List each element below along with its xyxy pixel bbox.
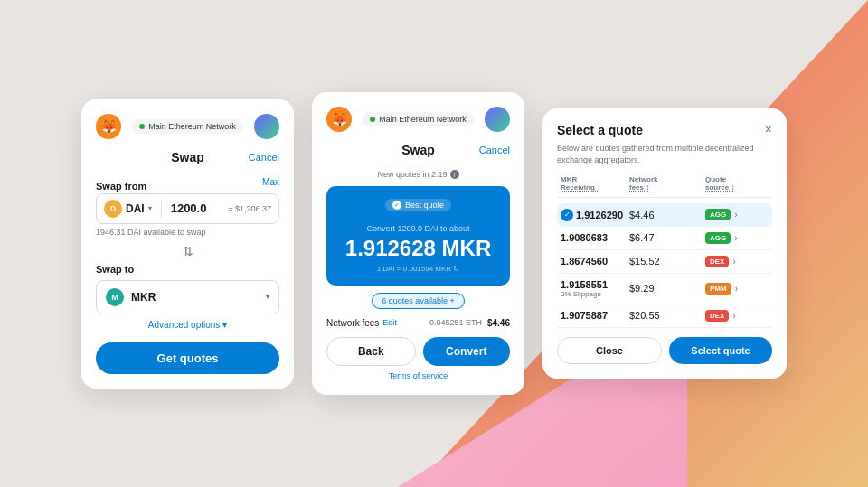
card3-header: Select a quote × [557,123,772,137]
network-badge-1: Main Ethereum Network [132,119,243,134]
card-swap-form: 🦊 Main Ethereum Network Swap Cancel Swap… [81,99,294,389]
rate-text: 1 DAI = 0.001594 MKR ↻ [337,265,499,273]
back-button[interactable]: Back [326,337,416,366]
convert-desc: Convert 1200.0 DAI to about [337,224,499,233]
quote-amount: 1.9126290 [576,210,623,220]
max-button[interactable]: Max [262,177,279,187]
timer-text: New quotes in 2:19 [377,170,447,179]
swap-input-row: D DAI ▾ = $1,206.37 [96,193,279,224]
quote-chevron[interactable]: › [735,284,738,294]
mkr-icon: M [106,288,124,306]
quote-chevron[interactable]: › [732,311,735,321]
advanced-options-label: Advanced options [148,320,221,330]
cards-container: 🦊 Main Ethereum Network Swap Cancel Swap… [0,0,868,487]
token-to-name: MKR [131,291,156,304]
quote-chevron[interactable]: › [734,233,737,243]
network-name-1: Main Ethereum Network [148,122,236,131]
card3-title: Select a quote [557,123,643,137]
quote-amount-cell: 1.9075887 [561,310,626,321]
source-badge: PMM [705,283,731,295]
quote-amount: 1.8674560 [561,256,608,267]
col-fees: Networkfees ↕ [629,175,702,192]
card1-title: Swap [171,150,204,164]
network-fees-row: Network fees Edit 0.045251 ETH $4.46 [326,318,510,328]
network-fees-label: Network fees [326,318,379,328]
close-button-lg[interactable]: Close [557,337,662,364]
token-to-chevron: ▾ [266,293,269,301]
token-from-selector[interactable]: D DAI ▾ [104,200,152,218]
card-select-quote: Select a quote × Below are quotes gather… [542,108,787,378]
col-source: Quotesource ↕ [705,175,769,192]
quote-amount: 1.9080683 [561,232,608,243]
card2-cancel[interactable]: Cancel [479,145,510,155]
quote-row[interactable]: 1.9075887 $20.55 DEX › [557,304,772,328]
quote-amount: 1.9075887 [561,310,608,321]
card2-title: Swap [401,143,435,157]
usd-value: = $1,206.37 [228,204,271,213]
quote-fee: $9.29 [629,283,702,294]
quote-source: DEX › [705,256,769,267]
input-divider [161,200,162,218]
convert-button[interactable]: Convert [423,337,511,366]
source-badge: DEX [705,310,729,322]
token-from-name: DAI [126,202,145,215]
network-dot-2 [370,117,375,122]
select-quote-button[interactable]: Select quote [669,337,772,364]
network-name-2: Main Ethereum Network [379,115,467,124]
card3-desc: Below are quotes gathered from multiple … [557,143,772,165]
quote-row[interactable]: ✓ 1.9126290 $4.46 AGG › [557,203,772,227]
fee-eth: 0.045251 ETH [429,318,482,327]
avatar-1 [254,114,279,139]
quote-source: AGG › [705,232,769,244]
best-quote-banner: ✓ Best quote Convert 1200.0 DAI to about… [326,186,510,285]
available-text: 1946.31 DAI available to swap [96,228,279,237]
swap-from-label: Swap from [96,181,146,192]
metamask-logo-2: 🦊 [326,107,352,132]
advanced-options[interactable]: Advanced options ▾ [96,320,279,330]
quote-fee: $6.47 [629,232,702,243]
quote-slippage: 0% Slippage [561,290,626,298]
amount-input[interactable] [171,201,221,215]
edit-link[interactable]: Edit [382,318,397,327]
quote-fee: $15.52 [629,256,702,267]
best-quote-badge: ✓ Best quote [385,199,451,211]
quote-source: AGG › [705,209,769,220]
check-circle: ✓ [392,201,401,210]
get-quotes-button[interactable]: Get quotes [96,342,279,374]
swap-to-row[interactable]: M MKR ▾ [96,280,279,314]
info-icon: i [450,170,459,179]
tos-link[interactable]: Terms of service [326,371,510,380]
quote-amount-cell: ✓ 1.9126290 [561,209,626,221]
mkr-amount: 1.912628 MKR [337,237,499,260]
quote-row[interactable]: 1.9158551 0% Slippage $9.29 PMM › [557,274,772,304]
quote-amount-cell: 1.8674560 [561,256,626,267]
card1-cancel[interactable]: Cancel [249,152,279,163]
quote-chevron[interactable]: › [734,210,737,220]
card2-header: 🦊 Main Ethereum Network [326,107,510,132]
quote-row[interactable]: 1.9080683 $6.47 AGG › [557,227,772,250]
card-convert: 🦊 Main Ethereum Network Swap Cancel New … [312,92,524,394]
quotes-badge[interactable]: 6 quotes available + [372,293,464,309]
quote-fee: $20.55 [629,310,702,321]
quote-fee: $4.46 [629,210,702,220]
advanced-options-chevron: ▾ [222,320,227,330]
quotes-list: ✓ 1.9126290 $4.46 AGG › 1.9080683 $6.47 … [557,203,772,328]
swap-arrow[interactable]: ⇅ [96,244,279,258]
quote-chevron[interactable]: › [732,257,735,267]
col-receiving: MKRReceiving ↕ [561,175,626,192]
card2-title-row: Swap Cancel [326,143,510,157]
quote-source: DEX › [705,310,769,322]
quote-source: PMM › [705,283,769,295]
quotes-available: 6 quotes available + [326,293,510,309]
fee-usd: $4.46 [487,318,510,328]
quote-row[interactable]: 1.8674560 $15.52 DEX › [557,250,772,274]
swap-to-section: Swap to M MKR ▾ [96,264,279,314]
selected-check: ✓ [561,209,573,221]
swap-from-section: Swap from Max D DAI ▾ = $1,206.37 1946.3… [96,177,279,237]
quotes-timer: New quotes in 2:19 i [326,170,510,179]
section-label-from: Swap from Max [96,177,279,193]
dai-icon: D [104,200,122,218]
card3-btn-row: Close Select quote [557,337,772,364]
close-icon[interactable]: × [765,123,772,136]
card1-title-row: Swap Cancel [96,150,279,164]
